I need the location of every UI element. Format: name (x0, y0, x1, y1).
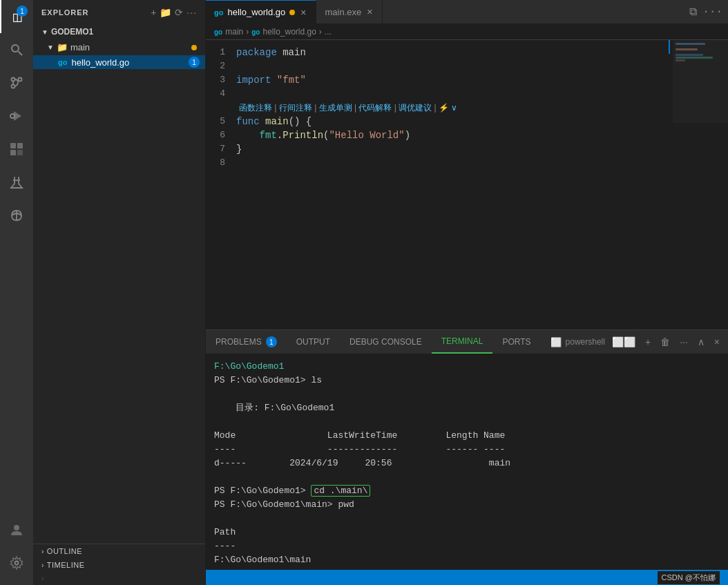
breadcrumb-part1[interactable]: main (225, 27, 243, 37)
account-icon[interactable] (0, 513, 33, 546)
code-toolbar: 函数注释 | 行间注释 | 生成单测 | 代码解释 | 调优建议 | ⚡ ∨ (236, 101, 460, 115)
editor-area: 1 package main 2 3 import "fmt" 4 函数注释 (206, 40, 728, 329)
more-section[interactable]: › (33, 572, 205, 585)
chevron-down-folder-icon: ▼ (47, 44, 54, 51)
explorer-icon[interactable]: ◫ 1 (0, 0, 33, 33)
run-icon[interactable] (0, 99, 33, 133)
code-line-1: 1 package main (206, 46, 728, 59)
svg-point-0 (12, 45, 19, 52)
tab-ports[interactable]: PORTS (492, 330, 540, 354)
refresh-icon[interactable]: ⟳ (175, 7, 184, 18)
breadcrumb-part2[interactable]: hello_world.go (262, 27, 316, 37)
line-content-6: fmt.Println("Hello World") (236, 128, 725, 142)
sidebar-item-left: go hello_world.go (58, 57, 129, 68)
tab-close-button[interactable]: × (299, 6, 307, 19)
tab-hello-world[interactable]: go hello_world.go × (206, 0, 316, 23)
line-num-3: 3 (209, 73, 236, 87)
sidebar-title: EXPLORER (41, 8, 89, 17)
more-tabs-icon[interactable]: ··· (702, 6, 722, 18)
close-panel-icon[interactable]: × (711, 335, 722, 349)
outline-section[interactable]: › OUTLINE (33, 544, 205, 558)
activity-bar-bottom (0, 513, 33, 585)
main-folder[interactable]: ▼ 📁 main (33, 39, 205, 55)
editor-right-border (669, 40, 670, 329)
toolbar-more[interactable]: ⚡ ∨ (439, 103, 457, 113)
breadcrumb: go main › go hello_world.go › ... (206, 24, 728, 40)
new-file-icon[interactable]: + (151, 7, 157, 18)
tab-terminal[interactable]: TERMINAL (432, 330, 493, 354)
line-content-1: package main (236, 46, 725, 59)
file-badge: 1 (189, 57, 200, 68)
tab-go-icon: go (214, 8, 223, 17)
source-control-icon[interactable] (0, 66, 33, 99)
svg-point-7 (10, 114, 15, 118)
tab-output[interactable]: OUTPUT (287, 330, 340, 354)
breadcrumb-part3[interactable]: ... (325, 27, 332, 37)
line-content-5: func main() { (236, 115, 725, 128)
more-terminal-icon[interactable]: ··· (677, 335, 691, 349)
go-file-icon: go (58, 58, 67, 66)
project-name: GODEMO1 (51, 27, 93, 37)
svg-point-2 (12, 78, 15, 81)
svg-rect-11 (17, 150, 23, 155)
split-terminal-icon[interactable]: ⬜⬜ (609, 335, 638, 349)
code-line-7: 7 } (206, 142, 728, 156)
code-line-3: 3 import "fmt" (206, 73, 728, 87)
tab-main-exe-close[interactable]: × (365, 5, 374, 19)
maximize-panel-icon[interactable]: ∧ (695, 335, 707, 349)
terminal-line-10: PS F:\Go\Godemo1> cd .\main\ (214, 484, 720, 498)
test-icon[interactable] (0, 166, 33, 199)
project-folder[interactable]: ▼ GODEMO1 (33, 24, 205, 39)
terminal-shell-icon: ⬜ (550, 337, 562, 347)
main-folder-icon: 📁 (57, 42, 68, 52)
toolbar-optimize[interactable]: 调优建议 (399, 103, 432, 113)
kill-terminal-icon[interactable]: 🗑 (658, 335, 673, 349)
minimap-line-7 (676, 59, 685, 61)
toolbar-explain-code[interactable]: 代码解释 (358, 103, 392, 113)
terminal-cd-command: cd .\main\ (311, 485, 370, 497)
sidebar-item-hello-world[interactable]: go hello_world.go 1 (33, 55, 205, 69)
tab-problems[interactable]: PROBLEMS 1 (206, 330, 287, 354)
timeline-section[interactable]: › TIMELINE (33, 558, 205, 572)
remote-icon[interactable] (0, 199, 33, 232)
panel-tabs: PROBLEMS 1 OUTPUT DEBUG CONSOLE TERMINAL… (206, 330, 728, 354)
line-num-6: 6 (209, 128, 236, 142)
line-content-3: import "fmt" (236, 73, 725, 87)
extensions-icon[interactable] (0, 133, 33, 166)
tab-modified-dot (289, 10, 295, 15)
code-container[interactable]: 1 package main 2 3 import "fmt" 4 函数注释 (206, 40, 728, 329)
terminal-line-4: 目录: F:\Go\Godemo1 (214, 401, 720, 415)
toolbar-inline-comment[interactable]: 行间注释 (279, 103, 312, 113)
settings-icon[interactable] (0, 546, 33, 579)
explorer-badge: 1 (17, 6, 28, 17)
terminal-line-6: Mode LastWriteTime Length Name (214, 429, 720, 443)
line-num-1: 1 (209, 46, 236, 59)
more-actions-icon[interactable]: ··· (186, 7, 197, 18)
svg-rect-9 (17, 143, 23, 148)
split-editor-icon[interactable]: ⧉ (689, 6, 697, 19)
toolbar-gen-test[interactable]: 生成单测 (319, 103, 352, 113)
tab-main-exe[interactable]: main.exe × (316, 0, 383, 23)
svg-rect-10 (10, 150, 16, 155)
add-terminal-icon[interactable]: + (642, 335, 653, 349)
terminal-line-3 (214, 387, 720, 401)
main-folder-label: main (70, 42, 90, 52)
svg-point-3 (12, 85, 15, 88)
terminal-line-14: ---- (214, 539, 720, 553)
toolbar-func-comment[interactable]: 函数注释 (239, 103, 272, 113)
terminal-line-7: ---- ------------- ------ ---- (214, 443, 720, 457)
terminal-line-5 (214, 415, 720, 429)
tab-ports-label: PORTS (502, 337, 530, 347)
activity-bar: ◫ 1 (0, 0, 33, 585)
outline-chevron-icon: › (41, 548, 44, 555)
more-chevron-icon: › (41, 575, 44, 582)
code-line-4: 4 (206, 87, 728, 101)
line-num-5: 5 (209, 115, 236, 128)
terminal-content[interactable]: F:\Go\Godemo1 PS F:\Go\Godemo1> ls 目录: F… (206, 354, 728, 570)
new-folder-icon[interactable]: 📁 (160, 7, 172, 18)
code-line-5: 5 func main() { (206, 115, 728, 128)
search-icon[interactable] (0, 33, 33, 66)
timeline-chevron-icon: › (41, 562, 44, 569)
tab-debug-console[interactable]: DEBUG CONSOLE (340, 330, 432, 354)
sidebar-bottom: › OUTLINE › TIMELINE › (33, 544, 205, 585)
